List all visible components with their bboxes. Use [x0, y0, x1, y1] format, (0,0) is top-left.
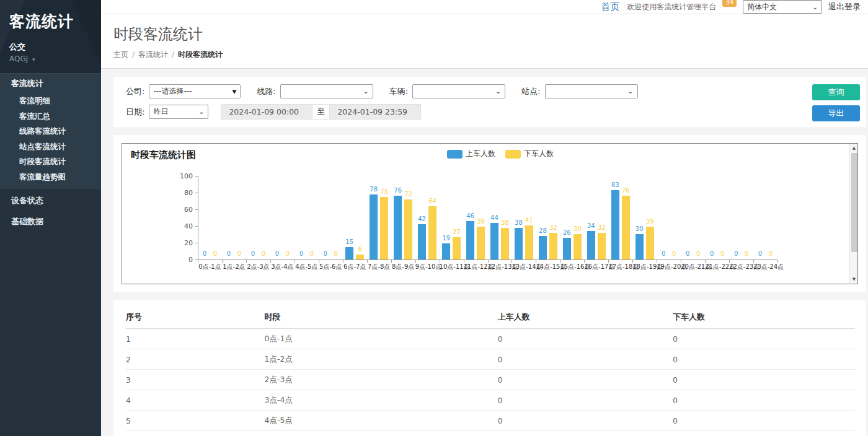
bar-group-1: 00: [198, 176, 222, 259]
bar-group-18: 8376: [608, 176, 632, 259]
date-label: 日期:: [126, 107, 144, 118]
table-row: 21点-2点00: [126, 349, 855, 370]
station-select[interactable]: ⌄: [545, 84, 638, 98]
x-axis-label-20: 19点-20点: [657, 263, 681, 271]
x-axis-label-5: 4点-5点: [294, 263, 319, 271]
export-button[interactable]: 导出: [812, 105, 860, 121]
start-datetime-input[interactable]: 2024-01-09 00:00: [221, 104, 312, 120]
end-datetime-input[interactable]: 2024-01-09 23:59: [329, 104, 421, 120]
legend-item-1[interactable]: 上车人数: [447, 149, 495, 159]
sidebar-subitem-6[interactable]: 客流量趋势图: [0, 170, 101, 185]
sidebar-item-other-2[interactable]: 基础数据: [0, 211, 101, 232]
bar-上车人数-10[interactable]: [418, 224, 426, 259]
bar-group-21: 00: [681, 176, 705, 259]
table-cell-r4-c3: 0: [498, 390, 673, 411]
bar-value-label: 72: [401, 191, 417, 198]
x-axis-label-12: 11点-12点: [464, 263, 488, 271]
x-axis-label-22: 21点-22点: [705, 263, 729, 271]
bar-下车人数-19[interactable]: [646, 227, 654, 259]
bar-group-20: 00: [657, 176, 681, 259]
topbar: 首页 欢迎使用客流统计管理平台 34 简体中文 ⌄ 退出登录: [101, 0, 868, 14]
bar-下车人数-12[interactable]: [477, 227, 485, 259]
bar-上车人数-17[interactable]: [587, 231, 595, 259]
table-cell-r6-c3: 0: [498, 431, 673, 436]
bar-上车人数-9[interactable]: [394, 196, 402, 259]
sidebar-company-dropdown[interactable]: AQGJ ▾: [9, 54, 101, 63]
logout-link[interactable]: 退出登录: [828, 1, 861, 12]
sidebar-submenu: 客流明细客流汇总线路客流统计站点客流统计时段客流统计客流量趋势图: [0, 94, 101, 185]
table-cell-r5-c2: 4点-5点: [264, 411, 497, 431]
bar-group-8: 7875: [367, 176, 391, 259]
bar-上车人数-11[interactable]: [442, 243, 450, 259]
bar-下车人数-13[interactable]: [501, 228, 509, 259]
bar-下车人数-10[interactable]: [428, 206, 436, 259]
bar-下车人数-7[interactable]: [356, 255, 364, 259]
x-axis-label-18: 17点-18点: [608, 263, 632, 271]
bar-下车人数-11[interactable]: [453, 237, 461, 259]
sidebar-subitem-1[interactable]: 客流明细: [0, 94, 101, 109]
bar-上车人数-19[interactable]: [636, 234, 644, 259]
bar-下车人数-8[interactable]: [380, 197, 388, 259]
y-tick-label: 60: [173, 206, 193, 214]
language-select[interactable]: 简体中文 ⌄: [743, 0, 822, 14]
caret-down-icon: ▾: [32, 56, 35, 63]
table-cell-r2-c3: 0: [498, 349, 673, 370]
company-select[interactable]: ---请选择--- ▼: [149, 84, 241, 98]
table-cell-r3-c4: 0: [673, 370, 855, 390]
legend-item-2[interactable]: 下车人数: [505, 149, 554, 159]
table-cell-r4-c1: 4: [126, 390, 264, 411]
bar-group-7: 156: [343, 176, 367, 259]
x-axis-label-13: 12点-13点: [488, 263, 512, 271]
bar-上车人数-8[interactable]: [370, 194, 378, 259]
search-button[interactable]: 查询: [812, 84, 860, 100]
bar-上车人数-18[interactable]: [611, 190, 619, 259]
sidebar-subitem-3[interactable]: 线路客流统计: [0, 124, 101, 139]
table-cell-r2-c2: 1点-2点: [264, 349, 497, 370]
bar-group-13: 4438: [488, 176, 512, 259]
sidebar-org-label: 公交: [9, 41, 101, 53]
bar-下车人数-15[interactable]: [549, 233, 557, 259]
table-header-1: 序号: [126, 304, 264, 329]
legend-label: 上车人数: [466, 149, 495, 159]
sidebar-subitem-2[interactable]: 客流汇总: [0, 109, 101, 124]
scroll-up-icon[interactable]: ▲: [850, 144, 858, 152]
table-header-3: 上车人数: [498, 304, 673, 329]
vehicle-select[interactable]: ⌄: [412, 84, 505, 98]
bar-group-19: 3039: [632, 176, 657, 259]
date-preset-select[interactable]: 昨日 ⌄: [149, 105, 208, 119]
x-axis-label-23: 22点-23点: [729, 263, 753, 271]
line-select[interactable]: ⌄: [280, 84, 373, 98]
breadcrumb-item-1[interactable]: 主页: [113, 50, 128, 59]
bar-下车人数-14[interactable]: [525, 225, 533, 259]
home-link[interactable]: 首页: [601, 1, 619, 13]
bar-下车人数-9[interactable]: [404, 199, 412, 259]
bar-上车人数-12[interactable]: [466, 221, 474, 259]
table-cell-r3-c2: 2点-3点: [264, 370, 497, 390]
sidebar-subitem-5[interactable]: 时段客流统计: [0, 154, 101, 170]
chart-vertical-scrollbar[interactable]: ▲ ▼: [849, 144, 857, 284]
bar-下车人数-16[interactable]: [574, 234, 582, 259]
bar-上车人数-14[interactable]: [515, 228, 523, 259]
x-axis-label-8: 7点-8点: [367, 263, 391, 271]
x-axis-label-24: 23点-24点: [753, 263, 777, 271]
bar-上车人数-13[interactable]: [490, 223, 498, 259]
table-cell-r1-c2: 0点-1点: [264, 329, 497, 349]
bar-下车人数-18[interactable]: [622, 196, 630, 259]
filter-row-2: 日期: 昨日 ⌄ 2024-01-09 00:00 至 2024-01-09 2…: [126, 104, 857, 120]
scroll-down-icon[interactable]: ▼: [850, 275, 858, 284]
table-row: 54点-5点00: [126, 411, 855, 431]
bar-下车人数-17[interactable]: [598, 233, 606, 259]
x-tick-mark: [777, 260, 778, 263]
bar-group-10: 4264: [415, 176, 440, 259]
sidebar-item-passenger-stats[interactable]: 客流统计: [0, 74, 101, 94]
bar-上车人数-16[interactable]: [563, 238, 571, 259]
scrollbar-thumb[interactable]: [851, 153, 857, 252]
vehicle-label: 车辆:: [389, 86, 408, 97]
sidebar-subitem-4[interactable]: 站点客流统计: [0, 139, 101, 155]
breadcrumb-item-2[interactable]: 客流统计: [138, 50, 168, 59]
table-row: 10点-1点00: [126, 329, 855, 349]
table-head: 序号时段上车人数下车人数: [126, 304, 855, 329]
sidebar-item-other-1[interactable]: 设备状态: [0, 190, 101, 211]
table-header-4: 下车人数: [673, 304, 855, 329]
bar-上车人数-15[interactable]: [539, 236, 547, 259]
